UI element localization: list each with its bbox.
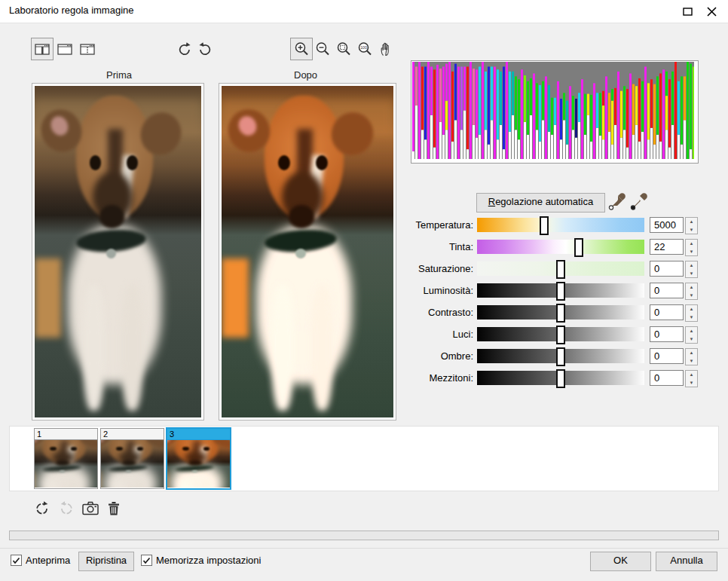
undo-icon — [34, 500, 50, 516]
spinner-down-icon[interactable]: ▼ — [686, 248, 697, 256]
preview-mode-divided-button[interactable] — [76, 38, 99, 60]
rotate-left-button[interactable] — [173, 38, 196, 60]
snapshot-thumbnail-3[interactable]: 3 — [166, 427, 231, 490]
reset-button[interactable]: Ripristina — [78, 552, 134, 571]
dog-photo-layer — [46, 479, 58, 488]
undo-button[interactable] — [33, 498, 51, 518]
contrasto-slider-track[interactable] — [477, 305, 644, 320]
single-preview-icon — [57, 44, 72, 55]
slider-handle[interactable] — [556, 282, 565, 301]
remember-checkbox-box[interactable] — [141, 555, 152, 566]
slider-value-input[interactable] — [650, 370, 684, 386]
snapshot-dog-photo — [167, 440, 230, 488]
slider-handle[interactable] — [556, 260, 565, 279]
slider-handle[interactable] — [540, 216, 549, 235]
spinner-buttons[interactable]: ▲▼ — [685, 326, 698, 344]
spinner-down-icon[interactable]: ▼ — [686, 226, 697, 234]
spinner-buttons[interactable]: ▲▼ — [685, 304, 698, 322]
black-point-dropper-button[interactable] — [629, 193, 647, 211]
slider-row: Contrasto:▲▼ — [0, 304, 728, 321]
spinner-up-icon[interactable]: ▲ — [686, 240, 697, 248]
spinner-up-icon[interactable]: ▲ — [686, 349, 697, 357]
slider-value-input[interactable] — [650, 239, 684, 255]
zoom-100-icon: 100 — [357, 41, 372, 57]
window-title: Laboratorio regola immagine — [9, 5, 133, 16]
spinner-buttons[interactable]: ▲▼ — [685, 283, 698, 300]
snapshot-thumbnail-1[interactable]: 1 — [34, 428, 98, 489]
spinner-buttons[interactable]: ▲▼ — [685, 370, 698, 387]
slider-handle[interactable] — [574, 238, 583, 257]
histogram-panel — [411, 60, 699, 164]
slider-handle[interactable] — [556, 326, 565, 344]
delete-snapshot-button[interactable] — [105, 498, 123, 518]
slider-value-input[interactable] — [650, 217, 684, 233]
luminosità-slider-track[interactable] — [477, 283, 644, 298]
close-button[interactable] — [701, 2, 722, 21]
spinner-down-icon[interactable]: ▼ — [686, 379, 697, 387]
temperatura-slider-track[interactable] — [477, 218, 644, 232]
auto-adjust-button[interactable]: Regolazione automatica — [476, 193, 605, 213]
after-label: Dopo — [294, 69, 317, 81]
zoom-to-fit-button[interactable] — [332, 38, 355, 60]
cancel-button[interactable]: Annulla — [656, 552, 717, 571]
title-bar: Laboratorio regola immagine — [0, 0, 728, 23]
white-point-dropper-button[interactable] — [607, 193, 626, 211]
mezzitoni-slider-track[interactable] — [477, 371, 644, 385]
spinner-down-icon[interactable]: ▼ — [686, 270, 697, 278]
ok-button[interactable]: OK — [590, 552, 651, 571]
pan-button[interactable] — [375, 38, 397, 60]
maximize-button[interactable] — [677, 2, 698, 21]
dog-photo-layer — [56, 460, 70, 466]
slider-value-input[interactable] — [650, 261, 684, 277]
slider-spinbox: ▲▼ — [650, 239, 698, 256]
spinner-up-icon[interactable]: ▲ — [686, 305, 697, 313]
saturazione-slider-track[interactable] — [477, 261, 644, 276]
spinner-buttons[interactable]: ▲▼ — [685, 261, 698, 278]
luci-slider-track[interactable] — [477, 327, 644, 341]
spinner-up-icon[interactable]: ▲ — [686, 327, 697, 335]
slider-value-input[interactable] — [650, 326, 684, 342]
spinner-down-icon[interactable]: ▼ — [686, 292, 697, 300]
spinner-buttons[interactable]: ▲▼ — [685, 348, 698, 365]
svg-text:100: 100 — [360, 45, 367, 50]
tinta-slider-track[interactable] — [477, 240, 644, 254]
spinner-up-icon[interactable]: ▲ — [686, 261, 697, 270]
spinner-up-icon[interactable]: ▲ — [686, 283, 697, 292]
slider-spinbox: ▲▼ — [650, 326, 698, 344]
slider-value-input[interactable] — [650, 348, 684, 364]
slider-handle[interactable] — [556, 347, 565, 366]
preview-checkbox-box[interactable] — [11, 555, 22, 566]
slider-value-input[interactable] — [650, 304, 684, 320]
auto-adjust-label: egolazione automatica — [495, 196, 593, 207]
slider-handle[interactable] — [556, 304, 565, 323]
slider-spinbox: ▲▼ — [650, 370, 698, 387]
preview-mode-single-button[interactable] — [54, 38, 76, 60]
ombre-slider-track[interactable] — [477, 349, 644, 363]
spinner-down-icon[interactable]: ▼ — [686, 335, 697, 344]
spinner-buttons[interactable]: ▲▼ — [685, 239, 698, 256]
slider-value-input[interactable] — [650, 283, 684, 298]
spinner-up-icon[interactable]: ▲ — [686, 218, 697, 226]
zoom-to-fit-icon — [336, 41, 351, 57]
redo-button[interactable] — [57, 498, 75, 518]
spinner-buttons[interactable]: ▲▼ — [685, 217, 698, 234]
dog-photo-layer — [188, 460, 203, 466]
spinner-up-icon[interactable]: ▲ — [686, 371, 697, 379]
preview-mode-split-button[interactable] — [31, 38, 54, 60]
preview-checkbox[interactable]: Anteprima — [11, 555, 70, 566]
remember-settings-checkbox[interactable]: Memorizza impostazioni — [141, 555, 261, 566]
create-snapshot-button[interactable] — [81, 498, 99, 518]
zoom-100-button[interactable]: 100 — [353, 38, 376, 60]
zoom-in-button[interactable] — [290, 38, 313, 60]
white-point-dropper-icon — [607, 193, 626, 211]
dog-photo-layer — [112, 479, 124, 488]
spinner-down-icon[interactable]: ▼ — [686, 313, 697, 322]
snapshot-thumbnail-2[interactable]: 2 — [100, 428, 164, 489]
before-label: Prima — [106, 69, 132, 81]
split-preview-icon — [35, 44, 50, 55]
zoom-out-button[interactable] — [311, 38, 334, 60]
rotate-right-button[interactable] — [194, 38, 216, 60]
slider-handle[interactable] — [556, 369, 565, 388]
spinner-down-icon[interactable]: ▼ — [686, 357, 697, 365]
snapshot-number: 3 — [167, 429, 230, 440]
